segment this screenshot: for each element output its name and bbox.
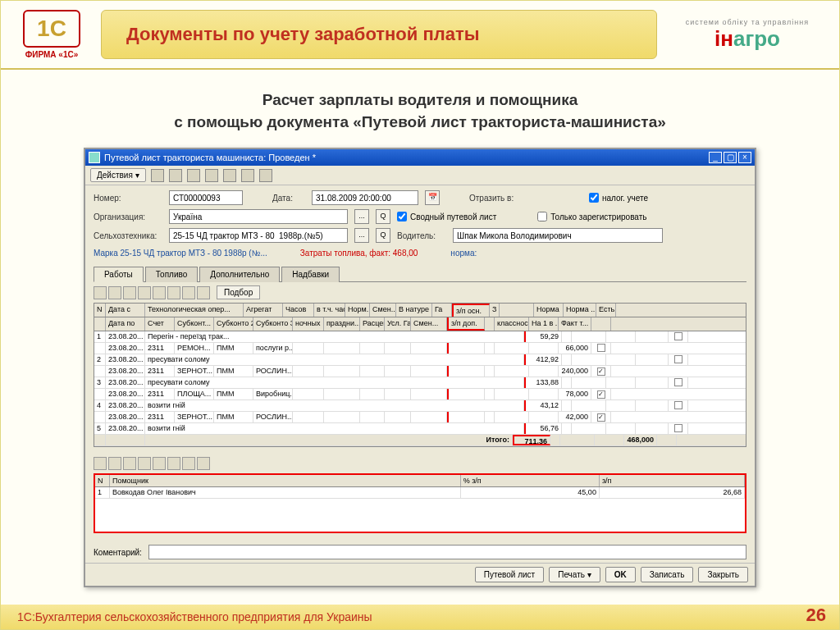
tab-fuel[interactable]: Топливо	[145, 267, 199, 282]
comment-label: Коментарий:	[94, 548, 142, 557]
tech-open-button[interactable]: Q	[376, 228, 390, 243]
date-picker-button[interactable]: 📅	[425, 190, 440, 205]
print-button[interactable]: Печать ▾	[549, 567, 600, 582]
filter-icon[interactable]	[197, 286, 210, 299]
grid-header: N Дата с Технологическая опер... Агрегат…	[94, 304, 746, 317]
info-row: Марка 25-15 ЧД трактор МТЗ - 80 1988р (№…	[94, 247, 746, 262]
zp-header: з/п осн.	[452, 304, 490, 317]
toolbar-icon[interactable]	[241, 169, 254, 182]
consolidated-checkbox[interactable]: Сводный путевой лист	[397, 212, 496, 221]
sort-icon[interactable]	[182, 286, 195, 299]
toolbar-icon[interactable]	[151, 169, 164, 182]
slide-header: 1С ФИРМА «1С» Документы по учету заработ…	[1, 1, 839, 70]
maximize-button[interactable]: ▢	[724, 152, 737, 163]
tab-works[interactable]: Работы	[94, 267, 144, 282]
org-input[interactable]	[169, 209, 348, 224]
works-toolbar: Подбор	[94, 282, 746, 303]
only-register-checkbox[interactable]: Только зарегистрировать	[537, 212, 646, 221]
table-row[interactable]: 123.08.20...Перегін - переїзд трак...59,…	[94, 331, 746, 343]
org-lookup-button[interactable]: ...	[354, 209, 369, 224]
table-row[interactable]: 223.08.20...пресувати солому412,92	[94, 354, 746, 366]
up-icon[interactable]	[153, 457, 166, 470]
actions-menu[interactable]: Действия ▾	[90, 168, 146, 182]
up-icon[interactable]	[153, 286, 166, 299]
tech-input[interactable]	[169, 228, 348, 243]
toolbar-icon[interactable]	[187, 169, 200, 182]
tab-additional[interactable]: Дополнительно	[199, 267, 280, 282]
title-band: Документы по учету заработной платы	[101, 10, 657, 59]
table-row[interactable]: 323.08.20...пресувати солому133,88	[94, 377, 746, 389]
sort-icon[interactable]	[182, 457, 195, 470]
app-window: Путевой лист тракториста машиниста: Пров…	[84, 148, 756, 587]
close-window-button[interactable]: Закрыть	[698, 567, 748, 582]
subtitle: Расчет зарплаты водителя и помощника с п…	[1, 70, 839, 148]
tech-lookup-button[interactable]: ...	[354, 228, 369, 243]
edit-icon[interactable]	[123, 457, 136, 470]
window-title: Путевой лист тракториста машиниста: Пров…	[104, 153, 709, 162]
org-label: Организация:	[94, 212, 162, 221]
edit-icon[interactable]	[123, 286, 136, 299]
tabs: Работы Топливо Дополнительно Надбавки	[94, 266, 746, 282]
save-button[interactable]: Записать	[641, 567, 694, 582]
toolbar-icon[interactable]	[205, 169, 218, 182]
helper-row[interactable]: 1 Вовкодав Олег Іванович 45,00 26,68	[95, 487, 745, 499]
org-open-button[interactable]: Q	[376, 209, 390, 224]
number-input[interactable]	[169, 190, 243, 205]
table-row[interactable]: 423.08.20...возити гній43,12	[94, 400, 746, 412]
helpers-header: N Помощник % з/п з/п	[95, 475, 745, 487]
grid-total-row: Итого: 711,36 468,000	[94, 435, 746, 446]
window-icon	[89, 152, 100, 163]
table-row[interactable]: 23.08.20...2311ЗЕРНОТ...ПММРОСЛИН...240,…	[94, 366, 746, 377]
comment-row: Коментарий:	[85, 538, 755, 563]
waybill-button[interactable]: Путевой лист	[475, 567, 544, 582]
delete-icon[interactable]	[138, 286, 151, 299]
copy-icon[interactable]	[108, 286, 121, 299]
info-norm: норма:	[450, 249, 477, 258]
titlebar: Путевой лист тракториста машиниста: Пров…	[85, 149, 755, 166]
table-row[interactable]: 23.08.20...2311РЕМОН...ПММпослуги р...66…	[94, 343, 746, 354]
filter-icon[interactable]	[197, 457, 210, 470]
slide-title: Документы по учету заработной платы	[102, 24, 656, 45]
logo-1c-icon: 1С	[23, 10, 80, 48]
logo-1c-label: ФИРМА «1С»	[11, 50, 93, 59]
ok-button[interactable]: OK	[605, 567, 636, 582]
down-icon[interactable]	[167, 457, 180, 470]
close-button[interactable]: ×	[738, 152, 751, 163]
number-label: Номер:	[94, 194, 162, 203]
helpers-grid[interactable]: N Помощник % з/п з/п 1 Вовкодав Олег Іва…	[94, 473, 746, 533]
info-fuel: Затраты топлива, факт: 468,00	[300, 249, 418, 258]
helpers-toolbar	[94, 454, 746, 473]
table-row[interactable]: 523.08.20...возити гній56,76	[94, 423, 746, 435]
works-grid[interactable]: N Дата с Технологическая опер... Агрегат…	[94, 303, 746, 447]
down-icon[interactable]	[167, 286, 180, 299]
table-row[interactable]: 23.08.20...2311ЗЕРНОТ...ПММРОСЛИН...42,0…	[94, 412, 746, 423]
tech-label: Сельхозтехника:	[94, 231, 162, 240]
inagro-tagline: системи обліку та управління	[665, 18, 829, 26]
footer-text: 1С:Бухгалтерия сельскохозяйственного пре…	[17, 610, 372, 623]
comment-input[interactable]	[148, 545, 746, 559]
info-brand: Марка 25-15 ЧД трактор МТЗ - 80 1988р (№…	[94, 249, 267, 258]
selection-button[interactable]: Подбор	[217, 285, 260, 299]
page-number: 26	[806, 605, 826, 626]
delete-icon[interactable]	[138, 457, 151, 470]
copy-icon[interactable]	[108, 457, 121, 470]
form-body: Номер: Дата: 📅 Отразить в: налог. учете …	[85, 185, 755, 538]
table-row[interactable]: 23.08.20...2311ПЛОЩА...ПММВиробниц...78,…	[94, 389, 746, 400]
driver-input[interactable]	[453, 228, 663, 243]
inagro-wordmark: інагро	[665, 26, 829, 52]
tax-checkbox[interactable]: налог. учете	[589, 193, 648, 203]
tab-allowances[interactable]: Надбавки	[281, 267, 340, 282]
minimize-button[interactable]: _	[709, 152, 722, 163]
logo-1c: 1С ФИРМА «1С»	[11, 10, 93, 59]
main-toolbar: Действия ▾	[85, 166, 755, 185]
toolbar-icon[interactable]	[169, 169, 182, 182]
subtitle-line1: Расчет зарплаты водителя и помощника	[262, 91, 578, 108]
date-label: Дата:	[272, 194, 305, 203]
toolbar-icon[interactable]	[223, 169, 236, 182]
add-icon[interactable]	[94, 457, 107, 470]
add-icon[interactable]	[94, 286, 107, 299]
subtitle-line2: с помощью документа «Путевой лист тракто…	[174, 113, 666, 130]
reflect-label: Отразить в:	[469, 194, 527, 203]
toolbar-icon[interactable]	[259, 169, 272, 182]
date-input[interactable]	[312, 190, 418, 205]
